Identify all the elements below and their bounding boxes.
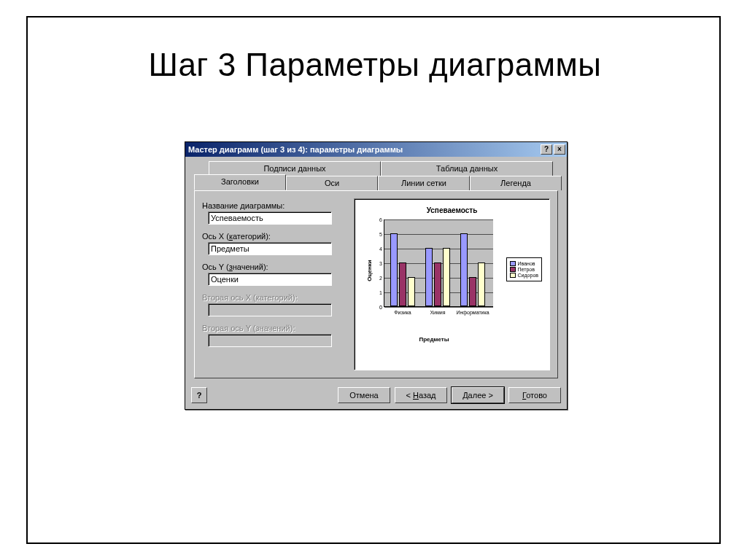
dialog-buttons: ? Отмена < Назад Далее > Готово: [185, 383, 567, 409]
tab-page-titles: Название диаграммы: Ось X (категорий): О…: [194, 190, 558, 378]
help-titlebar-button[interactable]: ?: [541, 144, 552, 155]
bar: [390, 233, 398, 306]
chart-plot: [384, 219, 493, 307]
legend-swatch: [510, 261, 516, 266]
chart-x-label: Предметы: [372, 336, 496, 343]
chart-plot-area: Оценки Предметы 0123456ФизикаХимияИнформ…: [372, 219, 496, 322]
titles-form: Название диаграммы: Ось X (категорий): О…: [202, 198, 348, 370]
tab-gridlines[interactable]: Линии сетки: [378, 176, 470, 190]
y-tick: 6: [376, 217, 382, 222]
chart-title: Успеваемость: [359, 206, 545, 214]
tab-titles[interactable]: Заголовки: [194, 174, 286, 190]
y-tick: 0: [376, 305, 382, 310]
x-tick: Информатика: [456, 310, 489, 315]
bar: [434, 262, 441, 306]
legend-label: Иванов: [518, 261, 535, 266]
slide-title: Шаг 3 Параметры диаграммы: [79, 47, 671, 83]
tab-data-table[interactable]: Таблица данных: [381, 161, 553, 176]
label-y2-axis: Вторая ось Y (значений):: [202, 324, 348, 332]
x-tick: Химия: [430, 310, 445, 315]
legend-item: Петров: [510, 267, 538, 272]
tab-axes[interactable]: Оси: [286, 176, 378, 190]
y-tick: 5: [376, 232, 382, 237]
tab-data-labels[interactable]: Подписи данных: [209, 161, 381, 176]
grid-line: [384, 307, 493, 308]
grid-line: [384, 219, 493, 220]
tab-legend[interactable]: Легенда: [470, 176, 562, 190]
help-button[interactable]: ?: [191, 387, 207, 403]
bar: [408, 277, 415, 306]
input-chart-title[interactable]: [208, 211, 332, 225]
bar: [399, 262, 406, 306]
cancel-button[interactable]: Отмена: [338, 387, 390, 403]
label-x-axis: Ось X (категорий):: [202, 232, 348, 241]
legend-swatch: [510, 273, 516, 278]
legend-item: Сидоров: [510, 273, 538, 278]
bar: [425, 248, 433, 306]
input-y-axis[interactable]: [208, 273, 332, 286]
chart-preview: Успеваемость Оценки Предметы 0123456Физи…: [354, 198, 550, 370]
label-x2-axis: Вторая ось X (категорий):: [202, 293, 348, 302]
titlebar[interactable]: Мастер диаграмм (шаг 3 из 4): параметры …: [185, 142, 567, 157]
y-tick: 4: [376, 246, 382, 252]
back-button[interactable]: < Назад: [395, 387, 447, 403]
dialog-body: Подписи данных Таблица данных Заголовки …: [185, 157, 567, 383]
bar: [460, 233, 468, 306]
bar: [469, 277, 476, 306]
grid-line: [384, 249, 493, 249]
bar: [478, 262, 485, 306]
y-tick: 1: [376, 290, 382, 295]
input-y2-axis: [208, 334, 332, 347]
close-button[interactable]: ×: [554, 144, 565, 155]
chart-wizard-dialog: Мастер диаграмм (шаг 3 из 4): параметры …: [185, 141, 568, 410]
y-tick: 2: [376, 276, 382, 281]
bar: [443, 248, 450, 306]
legend-label: Сидоров: [518, 273, 538, 278]
chart-legend: ИвановПетровСидоров: [506, 257, 542, 281]
finish-button[interactable]: Готово: [508, 387, 561, 403]
grid-line: [384, 234, 493, 235]
label-y-axis: Ось Y (значений):: [202, 262, 348, 271]
input-x2-axis: [208, 303, 332, 316]
next-button[interactable]: Далее >: [452, 387, 504, 403]
chart-y-label: Оценки: [366, 260, 373, 281]
legend-label: Петров: [518, 267, 535, 272]
label-chart-title: Название диаграммы:: [202, 201, 348, 210]
slide-frame: Шаг 3 Параметры диаграммы Мастер диаграм…: [26, 16, 721, 544]
window-title: Мастер диаграмм (шаг 3 из 4): параметры …: [188, 145, 539, 154]
legend-item: Иванов: [510, 261, 538, 266]
y-tick: 3: [376, 261, 382, 266]
tab-strip: Подписи данных Таблица данных Заголовки …: [194, 161, 558, 190]
legend-swatch: [510, 267, 516, 272]
x-tick: Физика: [394, 310, 411, 315]
input-x-axis[interactable]: [208, 242, 332, 255]
